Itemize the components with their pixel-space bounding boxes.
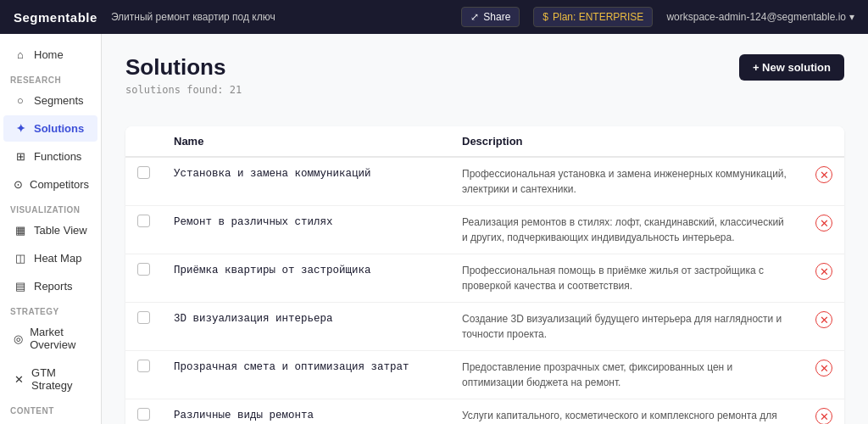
main-header: Solutions solutions found: 21 + New solu… — [125, 54, 844, 113]
sidebar-item-functions-label: Functions — [34, 150, 81, 163]
row-description-cell: Предоставление прозрачных смет, фиксиров… — [450, 351, 804, 399]
table-row: Ремонт в различных стилях Реализация рем… — [125, 206, 844, 254]
row-action-cell: ✕ — [804, 351, 844, 399]
row-name-cell: Приёмка квартиры от застройщика — [162, 254, 450, 303]
row-action-cell: ✕ — [804, 254, 844, 303]
user-email: workspace-admin-124@segmentable.io — [666, 11, 846, 23]
row-checkbox-cell — [125, 254, 162, 303]
sidebar-item-heat-map[interactable]: ◫ Heat Map — [3, 245, 97, 271]
market-overview-icon: ◎ — [14, 332, 23, 345]
new-solution-button[interactable]: + New solution — [739, 54, 844, 81]
row-name-cell: Установка и замена коммуникаций — [162, 157, 450, 206]
row-description-cell: Профессиональная помощь в приёмке жилья … — [450, 254, 804, 303]
solutions-table: Name Description Установка и замена комм… — [125, 126, 844, 424]
sidebar-item-reports-label: Reports — [34, 280, 73, 293]
solution-description: Профессиональная помощь в приёмке жилья … — [462, 265, 764, 292]
sidebar-item-reports[interactable]: ▤ Reports — [3, 273, 97, 299]
row-checkbox[interactable] — [137, 408, 150, 421]
row-name-cell: Различные виды ремонта — [162, 399, 450, 425]
table-row: Различные виды ремонта Услуги капитально… — [125, 399, 844, 425]
table-row: Установка и замена коммуникаций Професси… — [125, 157, 844, 206]
main-content: Solutions solutions found: 21 + New solu… — [102, 34, 868, 424]
row-description-cell: Реализация ремонтов в стилях: лофт, скан… — [450, 206, 804, 254]
col-header-name: Name — [162, 126, 450, 157]
sidebar-item-home-label: Home — [34, 48, 64, 61]
row-checkbox[interactable] — [137, 263, 150, 276]
sidebar-item-competitors-label: Competitors — [30, 178, 89, 191]
competitors-icon: ⊙ — [14, 178, 23, 191]
sidebar-item-segments-label: Segments — [34, 94, 84, 107]
row-description-cell: Профессиональная установка и замена инже… — [450, 157, 804, 206]
row-name-cell: Ремонт в различных стилях — [162, 206, 450, 254]
sidebar-item-functions[interactable]: ⊞ Functions — [3, 143, 97, 170]
row-checkbox[interactable] — [137, 215, 150, 227]
title-block: Solutions solutions found: 21 — [125, 54, 242, 113]
row-checkbox[interactable] — [137, 360, 150, 372]
sidebar-item-gtm-strategy[interactable]: ✕ GTM Strategy — [3, 360, 97, 399]
sidebar-item-heat-map-label: Heat Map — [34, 252, 81, 265]
row-checkbox-cell — [125, 351, 162, 399]
sidebar-item-home[interactable]: ⌂ Home — [3, 42, 97, 68]
dollar-icon: $ — [542, 11, 548, 23]
workspace-name: Элитный ремонт квартир под ключ — [111, 11, 448, 23]
solution-name: Различные виды ремонта — [174, 410, 314, 421]
row-action-cell: ✕ — [804, 206, 844, 254]
page-title: Solutions — [125, 54, 242, 81]
sidebar: ⌂ Home Research ○ Segments ✦ Solutions ⊞… — [0, 34, 102, 424]
sidebar-item-landing-pages[interactable]: ▣ Landing Pages — [3, 418, 97, 424]
sidebar-section-visualization: Visualization — [0, 198, 101, 216]
row-description-cell: Услуги капитального, косметического и ко… — [450, 399, 804, 425]
heat-map-icon: ◫ — [14, 252, 27, 265]
gtm-strategy-icon: ✕ — [14, 373, 25, 386]
solution-description: Создание 3D визуализаций будущего интерь… — [462, 313, 782, 340]
share-button[interactable]: ⤢ Share — [461, 7, 520, 27]
plan-label: Plan: ENTERPRISE — [553, 11, 643, 23]
sidebar-item-table-view-label: Table View — [34, 224, 87, 237]
solution-description: Предоставление прозрачных смет, фиксиров… — [462, 361, 732, 388]
delete-button[interactable]: ✕ — [815, 263, 832, 280]
sidebar-section-strategy: Strategy — [0, 300, 101, 318]
delete-button[interactable]: ✕ — [815, 166, 832, 183]
sidebar-item-table-view[interactable]: ▦ Table View — [3, 217, 97, 243]
delete-button[interactable]: ✕ — [815, 215, 832, 232]
sidebar-item-gtm-strategy-label: GTM Strategy — [31, 366, 87, 392]
row-description-cell: Создание 3D визуализаций будущего интерь… — [450, 303, 804, 351]
share-icon: ⤢ — [470, 11, 479, 23]
row-checkbox[interactable] — [137, 166, 150, 179]
row-checkbox-cell — [125, 157, 162, 206]
delete-button[interactable]: ✕ — [815, 311, 832, 328]
table-row: Приёмка квартиры от застройщика Професси… — [125, 254, 844, 303]
solution-name: Ремонт в различных стилях — [174, 216, 333, 228]
row-action-cell: ✕ — [804, 399, 844, 425]
functions-icon: ⊞ — [14, 150, 27, 163]
segments-icon: ○ — [14, 94, 27, 107]
table-view-icon: ▦ — [14, 224, 27, 237]
row-name-cell: 3D визуализация интерьера — [162, 303, 450, 351]
sidebar-item-solutions[interactable]: ✦ Solutions — [3, 115, 97, 142]
home-icon: ⌂ — [14, 48, 27, 61]
table-row: 3D визуализация интерьера Создание 3D ви… — [125, 303, 844, 351]
solutions-icon: ✦ — [14, 122, 27, 135]
app-logo: Segmentable — [14, 10, 97, 25]
layout: ⌂ Home Research ○ Segments ✦ Solutions ⊞… — [0, 34, 868, 424]
delete-button[interactable]: ✕ — [815, 408, 832, 424]
user-menu[interactable]: workspace-admin-124@segmentable.io ▾ — [666, 11, 854, 23]
row-checkbox-cell — [125, 303, 162, 351]
solution-name: Установка и замена коммуникаций — [174, 168, 371, 180]
delete-button[interactable]: ✕ — [815, 360, 832, 377]
solution-description: Услуги капитального, косметического и ко… — [462, 410, 777, 424]
page-subtitle: solutions found: 21 — [125, 84, 242, 96]
sidebar-item-market-overview[interactable]: ◎ Market Overview — [3, 319, 97, 358]
plan-button[interactable]: $ Plan: ENTERPRISE — [533, 7, 653, 27]
sidebar-item-competitors[interactable]: ⊙ Competitors — [3, 171, 97, 198]
sidebar-section-content: Content — [0, 399, 101, 417]
share-label: Share — [483, 11, 510, 23]
sidebar-item-market-overview-label: Market Overview — [30, 326, 87, 351]
row-action-cell: ✕ — [804, 303, 844, 351]
sidebar-item-segments[interactable]: ○ Segments — [3, 87, 97, 114]
reports-icon: ▤ — [14, 280, 27, 293]
solution-description: Профессиональная установка и замена инже… — [462, 168, 787, 195]
row-name-cell: Прозрачная смета и оптимизация затрат — [162, 351, 450, 399]
row-checkbox[interactable] — [137, 311, 150, 324]
row-checkbox-cell — [125, 206, 162, 254]
